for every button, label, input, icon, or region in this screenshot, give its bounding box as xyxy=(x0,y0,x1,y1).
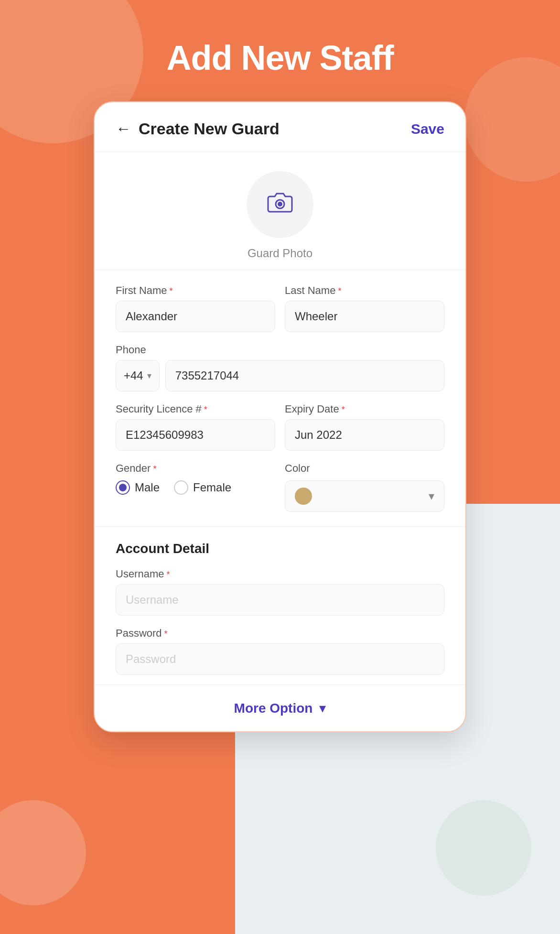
radio-outer-male xyxy=(116,480,130,495)
gender-color-row: Gender * Male Female xyxy=(116,462,444,512)
licence-row: Security Licence # * Expiry Date * xyxy=(116,403,444,451)
required-star-4: * xyxy=(339,405,345,414)
required-star-7: * xyxy=(162,629,168,639)
account-section-title: Account Detail xyxy=(116,541,444,556)
country-code: +44 xyxy=(124,369,143,382)
username-group: Username * xyxy=(116,568,444,616)
first-name-label: First Name * xyxy=(116,284,275,297)
radio-male-label: Male xyxy=(135,481,160,494)
phone-label: Phone xyxy=(116,344,444,356)
radio-female[interactable]: Female xyxy=(174,480,231,495)
card-header: ← Create New Guard Save xyxy=(95,102,465,152)
required-star-3: * xyxy=(202,405,207,414)
form-section: First Name * Last Name * Phone +44 xyxy=(95,270,465,527)
required-star-2: * xyxy=(335,286,341,296)
radio-female-label: Female xyxy=(193,481,231,494)
header-left: ← Create New Guard xyxy=(116,119,280,138)
required-star-6: * xyxy=(164,570,170,579)
phone-group: Phone +44 ▾ xyxy=(116,344,444,391)
phone-country-selector[interactable]: +44 ▾ xyxy=(116,360,160,391)
gender-group: Gender * Male Female xyxy=(116,462,275,495)
save-button[interactable]: Save xyxy=(411,121,444,137)
color-selector[interactable]: ▾ xyxy=(285,480,444,512)
gender-label: Gender * xyxy=(116,462,156,474)
last-name-label: Last Name * xyxy=(285,284,444,297)
photo-upload-button[interactable] xyxy=(247,171,313,238)
password-input[interactable] xyxy=(116,643,444,675)
username-label: Username * xyxy=(116,568,444,580)
expiry-input[interactable] xyxy=(285,419,444,451)
page-container: Add New Staff ← Create New Guard Save xyxy=(0,0,560,934)
licence-group: Security Licence # * xyxy=(116,403,275,451)
photo-section: Guard Photo xyxy=(95,152,465,270)
first-name-group: First Name * xyxy=(116,284,275,332)
more-option-label: More Option xyxy=(234,701,313,716)
header-title: Create New Guard xyxy=(139,119,280,138)
back-button[interactable]: ← xyxy=(116,120,131,138)
phone-row: +44 ▾ xyxy=(116,360,444,391)
password-label: Password * xyxy=(116,627,444,640)
radio-outer-female xyxy=(174,480,188,495)
more-option-chevron-icon: ▾ xyxy=(319,700,326,716)
page-title: Add New Staff xyxy=(166,38,393,77)
photo-label: Guard Photo xyxy=(248,247,312,260)
radio-male[interactable]: Male xyxy=(116,480,160,495)
last-name-input[interactable] xyxy=(285,301,444,332)
phone-input[interactable] xyxy=(165,360,444,391)
name-row: First Name * Last Name * xyxy=(116,284,444,332)
card: ← Create New Guard Save Guard Photo xyxy=(94,101,466,732)
required-star-5: * xyxy=(151,464,156,474)
color-group: Color ▾ xyxy=(285,462,444,512)
password-group: Password * xyxy=(116,627,444,675)
color-label: Color xyxy=(285,462,310,474)
radio-row: Male Female xyxy=(116,480,275,495)
color-chevron-icon: ▾ xyxy=(429,489,434,503)
last-name-group: Last Name * xyxy=(285,284,444,332)
required-star: * xyxy=(167,286,173,296)
licence-input[interactable] xyxy=(116,419,275,451)
country-chevron-icon: ▾ xyxy=(147,370,151,381)
first-name-input[interactable] xyxy=(116,301,275,332)
username-input[interactable] xyxy=(116,584,444,616)
color-dot xyxy=(295,488,312,505)
expiry-label: Expiry Date * xyxy=(285,403,444,415)
radio-inner-male xyxy=(119,484,127,491)
account-section: Account Detail Username * Password * xyxy=(95,527,465,685)
expiry-group: Expiry Date * xyxy=(285,403,444,451)
licence-label: Security Licence # * xyxy=(116,403,275,415)
svg-point-1 xyxy=(278,202,282,206)
more-option-row[interactable]: More Option ▾ xyxy=(95,685,465,731)
camera-icon xyxy=(267,190,293,219)
